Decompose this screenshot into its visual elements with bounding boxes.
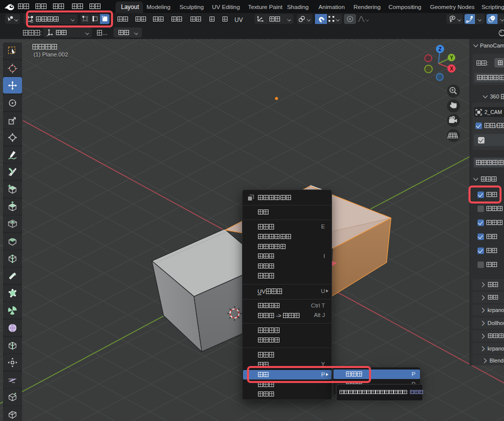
svg-text:Y: Y — [450, 55, 454, 60]
svg-text:Z: Z — [438, 46, 442, 52]
svg-text:X: X — [450, 66, 454, 72]
